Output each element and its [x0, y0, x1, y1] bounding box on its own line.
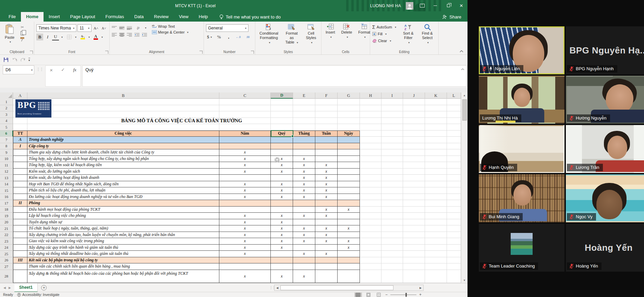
- fill-button[interactable]: Fill▾: [372, 31, 396, 37]
- cell-J26[interactable]: [403, 257, 425, 264]
- column-header-e[interactable]: E: [293, 92, 315, 99]
- cell-H13[interactable]: [360, 175, 381, 181]
- cell-K19[interactable]: [425, 213, 447, 219]
- video-tile-h-nh-quy-n[interactable]: Hạnh Quyên: [479, 125, 564, 173]
- restore-button[interactable]: [444, 2, 452, 10]
- cell-H20[interactable]: [360, 219, 381, 226]
- tab-review[interactable]: Review: [149, 12, 174, 22]
- cell-E1[interactable]: [293, 99, 315, 105]
- tab-view[interactable]: View: [174, 12, 194, 22]
- cell-H27[interactable]: [360, 263, 381, 270]
- cell-B12[interactable]: Kiểm soát, đo lường ngân sách: [27, 169, 219, 175]
- row-header-1[interactable]: 1: [0, 99, 13, 105]
- cell-G3[interactable]: [338, 111, 360, 118]
- decrease-font-button[interactable]: A˅: [100, 25, 107, 32]
- cell-G12[interactable]: [338, 169, 360, 175]
- cell-D9[interactable]: [271, 149, 293, 156]
- cell-E9[interactable]: [293, 149, 315, 156]
- cell-A19[interactable]: [13, 213, 27, 219]
- cell-K12[interactable]: [425, 169, 447, 175]
- horizontal-scrollbar[interactable]: ◀ ▶: [274, 285, 424, 291]
- row-header-23[interactable]: 23: [0, 238, 13, 245]
- column-header-c[interactable]: C: [219, 92, 271, 99]
- cell-J24[interactable]: [403, 245, 425, 251]
- cell-H1[interactable]: [360, 99, 381, 105]
- tab-data[interactable]: Data: [129, 12, 149, 22]
- cell-H22[interactable]: [360, 232, 381, 238]
- cell-B6[interactable]: Công việc: [27, 131, 219, 137]
- enter-entry-button[interactable]: ✓: [61, 67, 65, 72]
- cell-I9[interactable]: [381, 149, 403, 156]
- cell-F6[interactable]: Tuần: [315, 131, 338, 137]
- cell-F5[interactable]: [315, 124, 338, 131]
- decrease-indent-icon[interactable]: [134, 33, 139, 37]
- cell-D14[interactable]: x: [271, 181, 293, 188]
- cell-C25[interactable]: x: [219, 251, 271, 257]
- row-header-12[interactable]: 12: [0, 169, 13, 175]
- percent-button[interactable]: %: [216, 34, 222, 40]
- cell-L18[interactable]: [447, 207, 461, 213]
- cell-L11[interactable]: [447, 162, 461, 169]
- cell-F18[interactable]: x: [315, 207, 338, 213]
- cell-I20[interactable]: [381, 219, 403, 226]
- scroll-up-arrow[interactable]: ▲: [463, 92, 466, 98]
- video-tile-bpg-nguy-n-h-nh[interactable]: BPG Nguyên Hạ...BPG Nguyễn Hạnh: [566, 26, 644, 74]
- number-format-select[interactable]: General▾: [206, 24, 248, 32]
- align-bottom-icon[interactable]: [127, 26, 132, 30]
- cell-L22[interactable]: [447, 232, 461, 238]
- cell-B8[interactable]: Cấp công ty: [27, 143, 219, 150]
- row-header-2[interactable]: 2: [0, 105, 13, 112]
- cell-I27[interactable]: [381, 263, 403, 270]
- video-tile-ho-ng-y-n[interactable]: Hoàng YếnHoàng Yến: [566, 224, 644, 272]
- cell-D6[interactable]: Quý: [271, 131, 293, 137]
- cell-F1[interactable]: [315, 99, 338, 105]
- cell-G15[interactable]: [338, 187, 360, 194]
- formula-bar-collapse-icon[interactable]: [461, 67, 464, 71]
- cell-F24[interactable]: [315, 245, 338, 251]
- cell-I1[interactable]: [381, 99, 403, 105]
- cell-D25[interactable]: [271, 251, 293, 257]
- row-header-19[interactable]: 19: [0, 213, 13, 219]
- cell-J4[interactable]: [403, 118, 425, 124]
- cell-B14[interactable]: Họp với Ban TGĐ để thống nhất Ngân sách,…: [27, 181, 219, 188]
- cell-I18[interactable]: [381, 207, 403, 213]
- cell-A15[interactable]: [13, 187, 27, 194]
- cell-L19[interactable]: [447, 213, 461, 219]
- cell-A9[interactable]: [13, 149, 27, 156]
- font-color-button[interactable]: A: [92, 34, 99, 40]
- cell-K17[interactable]: [425, 200, 447, 207]
- cell-K25[interactable]: [425, 251, 447, 257]
- cell-L24[interactable]: [447, 245, 461, 251]
- cell-B27[interactable]: Tham vấn các chính sách liên quan đến bá…: [27, 263, 219, 270]
- cell-B23[interactable]: Giao việc và kiểm soát công việc trong p…: [27, 238, 219, 245]
- cell-I22[interactable]: [381, 232, 403, 238]
- cell-A16[interactable]: [13, 194, 27, 200]
- cell-I4[interactable]: [381, 118, 403, 124]
- user-avatar-icon[interactable]: [406, 2, 413, 10]
- zoom-in-button[interactable]: +: [419, 292, 422, 297]
- cell-C20[interactable]: x: [219, 219, 271, 226]
- cell-G6[interactable]: Ngày: [338, 131, 360, 137]
- cell-F25[interactable]: x: [315, 251, 338, 257]
- cell-I3[interactable]: [381, 111, 403, 118]
- cell-L12[interactable]: [447, 169, 461, 175]
- hscroll-left-arrow[interactable]: ◀: [275, 285, 280, 290]
- cell-E14[interactable]: x: [293, 181, 315, 188]
- cell-F20[interactable]: [315, 219, 338, 226]
- cell-H4[interactable]: [360, 118, 381, 124]
- row-header-10[interactable]: 10: [0, 156, 13, 162]
- cell-H14[interactable]: [360, 181, 381, 188]
- cell-K23[interactable]: [425, 238, 447, 245]
- cell-A4[interactable]: [13, 118, 27, 124]
- cell-L8[interactable]: [447, 143, 461, 150]
- italic-button[interactable]: I: [44, 34, 51, 40]
- cell-J11[interactable]: [403, 162, 425, 169]
- cell-D5[interactable]: [271, 124, 293, 131]
- row-header-11[interactable]: 11: [0, 162, 13, 169]
- cell-styles-button[interactable]: CellStyles ▾: [303, 23, 319, 49]
- cell-K4[interactable]: [425, 118, 447, 124]
- cell-H11[interactable]: [360, 162, 381, 169]
- row-header-5[interactable]: 5: [0, 124, 13, 131]
- cell-C24[interactable]: x: [219, 245, 271, 251]
- row-header-8[interactable]: 8: [0, 143, 13, 150]
